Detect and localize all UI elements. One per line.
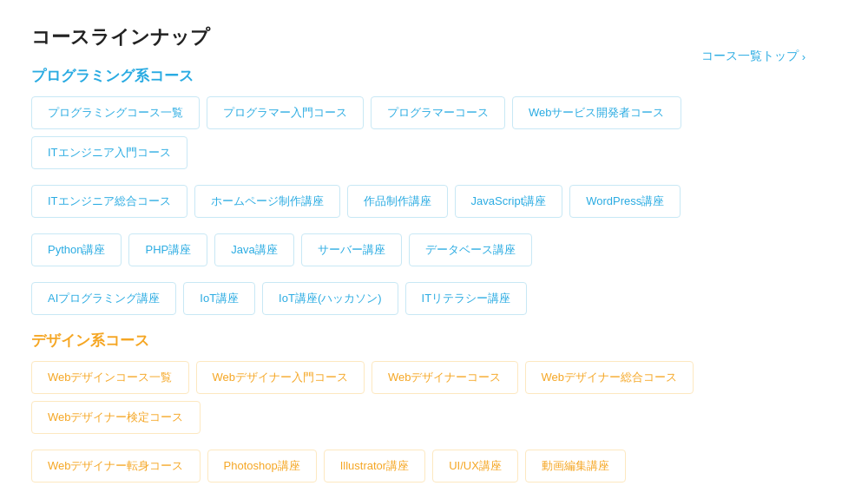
- tag-programming-2-0[interactable]: Python講座: [31, 233, 122, 266]
- tag-design-1-4[interactable]: 動画編集講座: [525, 450, 626, 483]
- tag-design-0-4[interactable]: Webデザイナー検定コース: [31, 401, 201, 434]
- tag-row-programming-3: AIプログラミング講座IoT講座IoT講座(ハッカソン)ITリテラシー講座: [31, 282, 837, 315]
- tag-programming-2-1[interactable]: PHP講座: [128, 233, 207, 266]
- section-programming: プログラミング系コースプログラミングコース一覧プログラマー入門コースプログラマー…: [31, 66, 837, 315]
- tag-row-programming-1: ITエンジニア総合コースホームページ制作講座作品制作講座JavaScript講座…: [31, 185, 837, 218]
- tag-design-0-0[interactable]: Webデザインコース一覧: [31, 361, 189, 394]
- tag-programming-2-3[interactable]: サーバー講座: [301, 233, 402, 266]
- tag-programming-1-1[interactable]: ホームページ制作講座: [194, 185, 340, 218]
- tag-row-design-0: Webデザインコース一覧Webデザイナー入門コースWebデザイナーコースWebデ…: [31, 361, 837, 434]
- tag-programming-0-0[interactable]: プログラミングコース一覧: [31, 96, 200, 129]
- page-title: コースラインナップ: [31, 24, 837, 50]
- tag-programming-0-1[interactable]: プログラマー入門コース: [207, 96, 364, 129]
- tag-programming-2-4[interactable]: データベース講座: [409, 233, 532, 266]
- tag-design-1-1[interactable]: Photoshop講座: [207, 450, 317, 483]
- tag-programming-1-4[interactable]: WordPress講座: [569, 185, 681, 218]
- tag-design-1-2[interactable]: Illustrator講座: [324, 450, 425, 483]
- tag-design-1-0[interactable]: Webデザイナー転身コース: [31, 450, 201, 483]
- tag-programming-3-3[interactable]: ITリテラシー講座: [405, 282, 528, 315]
- tag-programming-0-2[interactable]: プログラマーコース: [371, 96, 505, 129]
- top-link[interactable]: コース一覧トップ ›: [701, 49, 806, 64]
- tag-programming-1-2[interactable]: 作品制作講座: [347, 185, 448, 218]
- tag-programming-2-2[interactable]: Java講座: [214, 233, 293, 266]
- tag-row-programming-2: Python講座PHP講座Java講座サーバー講座データベース講座: [31, 233, 837, 266]
- tag-programming-0-4[interactable]: ITエンジニア入門コース: [31, 136, 187, 169]
- tag-programming-1-0[interactable]: ITエンジニア総合コース: [31, 185, 187, 218]
- tag-design-0-2[interactable]: Webデザイナーコース: [372, 361, 518, 394]
- tag-programming-0-3[interactable]: Webサービス開発者コース: [512, 96, 681, 129]
- tag-programming-3-1[interactable]: IoT講座: [183, 282, 255, 315]
- section-title-design: デザイン系コース: [31, 331, 837, 351]
- tag-design-0-1[interactable]: Webデザイナー入門コース: [196, 361, 365, 394]
- tag-programming-3-2[interactable]: IoT講座(ハッカソン): [262, 282, 398, 315]
- section-design: デザイン系コースWebデザインコース一覧Webデザイナー入門コースWebデザイナ…: [31, 331, 837, 483]
- tag-row-programming-0: プログラミングコース一覧プログラマー入門コースプログラマーコースWebサービス開…: [31, 96, 837, 169]
- tag-design-1-3[interactable]: UI/UX講座: [432, 450, 518, 483]
- section-title-programming: プログラミング系コース: [31, 66, 837, 86]
- tag-row-design-1: Webデザイナー転身コースPhotoshop講座Illustrator講座UI/…: [31, 450, 837, 483]
- tag-design-0-3[interactable]: Webデザイナー総合コース: [525, 361, 694, 394]
- top-link-label: コース一覧トップ: [701, 49, 799, 64]
- chevron-right-icon: ›: [802, 50, 806, 63]
- tag-programming-3-0[interactable]: AIプログラミング講座: [31, 282, 176, 315]
- tag-programming-1-3[interactable]: JavaScript講座: [455, 185, 563, 218]
